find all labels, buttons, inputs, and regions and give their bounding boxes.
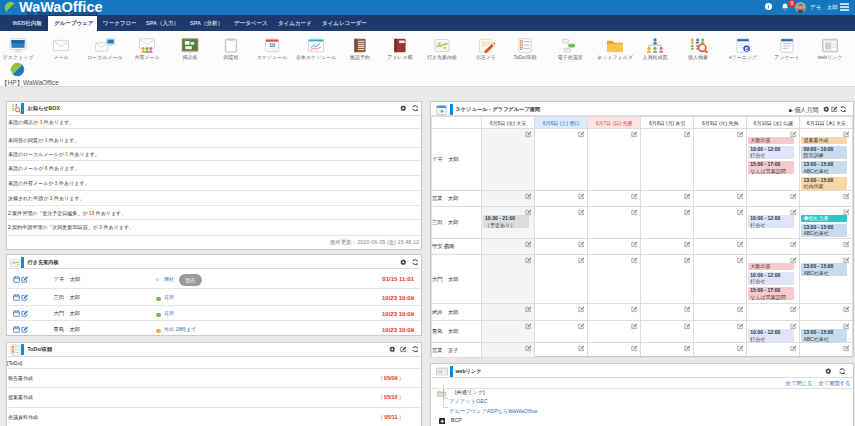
svg-text:9: 9: [790, 1, 793, 6]
svg-text:e: e: [745, 45, 749, 52]
svg-text:10: 10: [269, 42, 275, 48]
